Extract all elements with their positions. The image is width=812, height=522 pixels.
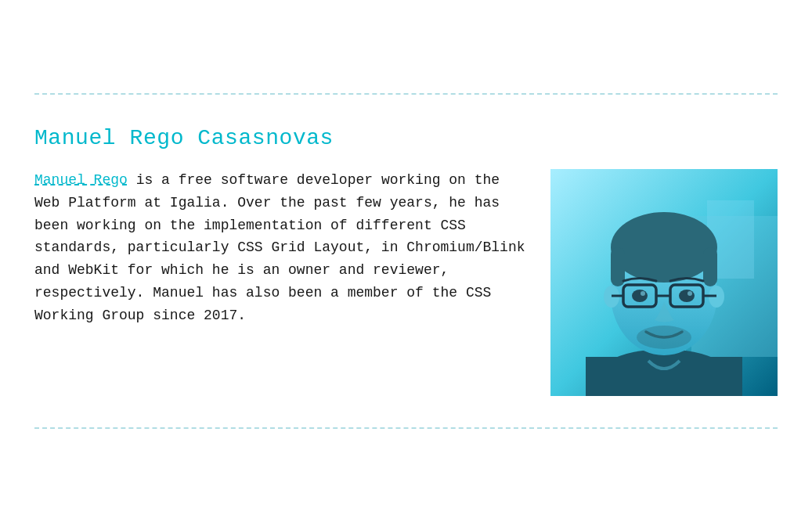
bio-text: Manuel Rego is a free software developer… <box>34 169 527 327</box>
svg-rect-5 <box>586 357 742 396</box>
bio-wrapper: Manuel Rego is a free software developer… <box>34 169 778 396</box>
top-divider <box>34 93 778 95</box>
bottom-divider <box>34 427 778 429</box>
author-photo-container <box>550 169 778 396</box>
bio-body: is a free software developer working on … <box>34 172 525 323</box>
svg-rect-9 <box>703 247 717 286</box>
svg-point-20 <box>687 291 692 296</box>
page-container: Manuel Rego Casasnovas Manuel Rego is a … <box>0 93 812 429</box>
content-section: Manuel Rego Casasnovas Manuel Rego is a … <box>34 118 778 404</box>
author-link[interactable]: Manuel Rego <box>34 172 128 188</box>
author-photo <box>550 169 778 396</box>
svg-point-19 <box>641 291 645 296</box>
author-name: Manuel Rego Casasnovas <box>34 126 778 150</box>
svg-point-7 <box>611 212 717 283</box>
svg-point-21 <box>637 326 691 349</box>
svg-point-18 <box>679 290 695 302</box>
svg-point-17 <box>632 290 648 302</box>
portrait-svg <box>550 169 778 396</box>
